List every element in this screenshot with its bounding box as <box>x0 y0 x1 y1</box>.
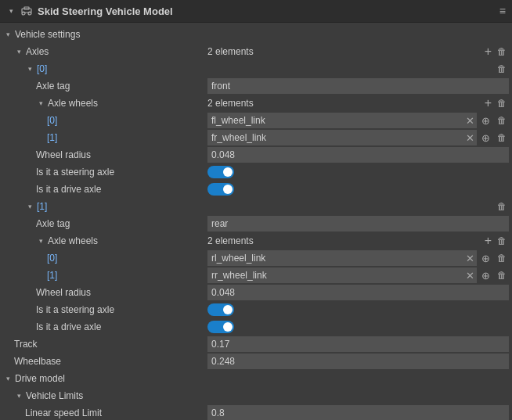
axle1-delete-button[interactable]: 🗑 <box>495 200 509 213</box>
axle1-wheel1-row: [1] ✕ ⊕ 🗑 <box>0 267 512 284</box>
axle1-label: [1] <box>37 201 47 212</box>
axle0-drive-label: Is it a drive axle <box>36 184 101 195</box>
axle0-delete-button[interactable]: 🗑 <box>495 63 509 75</box>
vehicle-settings-arrow[interactable] <box>3 31 13 38</box>
axle0-wheels-count: 2 elements <box>207 98 254 109</box>
axle0-wheel0-input[interactable] <box>207 113 463 127</box>
axle0-wheel0-target-button[interactable]: ⊕ <box>479 114 492 127</box>
axle1-drive-row: Is it a drive axle <box>0 318 512 336</box>
axle1-radius-input[interactable] <box>207 285 509 300</box>
axle0-tag-row: Axle tag <box>0 77 512 95</box>
axles-count: 2 elements <box>207 46 254 57</box>
wheelbase-row: Wheelbase <box>0 353 512 370</box>
wheelbase-label: Wheelbase <box>14 356 61 367</box>
axle0-wheel1-clear-button[interactable]: ✕ <box>463 131 477 145</box>
vehicle-limits-label: Vehicle Limits <box>26 390 83 401</box>
axle0-wheel1-input[interactable] <box>207 131 463 145</box>
panel-collapse-icon[interactable] <box>6 7 16 15</box>
axle0-wheel0-clear-button[interactable]: ✕ <box>463 114 477 127</box>
drive-model-label: Drive model <box>15 373 65 384</box>
axles-label: Axles <box>26 46 49 57</box>
panel-body: Vehicle settings Axles 2 elements + 🗑 [0… <box>0 23 512 420</box>
axle1-wheel1-target-button[interactable]: ⊕ <box>479 269 492 282</box>
axle0-wheels-add-button[interactable]: + <box>482 95 494 111</box>
axle0-wheels-delete-button[interactable]: 🗑 <box>495 97 509 109</box>
axle1-tag-label: Axle tag <box>36 218 70 229</box>
axle1-row[interactable]: [1] 🗑 <box>0 198 512 215</box>
axle1-radius-row: Wheel radius <box>0 284 512 301</box>
axles-arrow[interactable] <box>14 48 23 56</box>
axle1-wheels-label: Axle wheels <box>48 235 98 246</box>
axle0-steering-knob <box>223 167 233 177</box>
axle1-steering-label: Is it a steering axle <box>36 304 114 315</box>
axle0-wheel1-row: [1] ✕ ⊕ 🗑 <box>0 129 512 146</box>
axle0-steering-label: Is it a steering axle <box>36 167 114 178</box>
panel-menu-icon[interactable]: ≡ <box>499 5 506 17</box>
axle1-wheels-count: 2 elements <box>207 235 254 246</box>
axle1-wheel0-row: [0] ✕ ⊕ 🗑 <box>0 249 512 267</box>
axle1-wheel1-label: [1] <box>47 270 57 281</box>
axle1-wheel1-input[interactable] <box>207 268 463 282</box>
linear-speed-input[interactable] <box>207 405 509 420</box>
axle1-wheels-row[interactable]: Axle wheels 2 elements + 🗑 <box>0 232 512 249</box>
vehicle-limits-arrow[interactable] <box>14 392 23 400</box>
axle0-radius-row: Wheel radius <box>0 146 512 163</box>
axle1-wheel0-target-button[interactable]: ⊕ <box>479 252 492 265</box>
axle1-drive-toggle[interactable] <box>207 321 234 333</box>
main-panel: Skid Steering Vehicle Model ≡ Vehicle se… <box>0 0 512 420</box>
axle0-wheels-label: Axle wheels <box>48 98 98 109</box>
drive-model-row[interactable]: Drive model <box>0 370 512 387</box>
vehicle-icon <box>20 5 33 17</box>
axle0-steering-toggle[interactable] <box>207 166 234 178</box>
axle1-wheel0-input[interactable] <box>207 251 463 265</box>
axle1-radius-label: Wheel radius <box>36 287 91 298</box>
vehicle-settings-label: Vehicle settings <box>15 29 80 40</box>
drive-model-arrow[interactable] <box>3 375 13 382</box>
axle0-radius-input[interactable] <box>207 147 509 163</box>
axle0-wheel1-delete-button[interactable]: 🗑 <box>495 131 509 144</box>
axle1-tag-input[interactable] <box>207 216 509 232</box>
vehicle-settings-row[interactable]: Vehicle settings <box>0 26 512 43</box>
axles-delete-button[interactable]: 🗑 <box>495 45 509 58</box>
axle1-wheels-add-button[interactable]: + <box>482 233 494 249</box>
axle0-wheel0-row: [0] ✕ ⊕ 🗑 <box>0 112 512 129</box>
axles-add-button[interactable]: + <box>482 44 494 59</box>
axle0-wheels-row[interactable]: Axle wheels 2 elements + 🗑 <box>0 95 512 112</box>
wheelbase-input[interactable] <box>207 354 509 369</box>
axle0-arrow[interactable] <box>25 65 34 73</box>
axle1-drive-label: Is it a drive axle <box>36 321 101 332</box>
axle1-steering-knob <box>223 305 233 314</box>
axle1-wheel1-clear-button[interactable]: ✕ <box>463 269 477 282</box>
axle0-wheels-arrow[interactable] <box>36 99 45 107</box>
axle1-wheels-arrow[interactable] <box>36 237 45 245</box>
axle1-wheel0-delete-button[interactable]: 🗑 <box>495 252 509 264</box>
track-input[interactable] <box>207 336 509 352</box>
axle0-radius-label: Wheel radius <box>36 149 91 160</box>
axle1-drive-knob <box>223 322 233 332</box>
axle1-wheel1-delete-button[interactable]: 🗑 <box>495 269 509 282</box>
axle0-wheel0-delete-button[interactable]: 🗑 <box>495 114 509 127</box>
panel-header: Skid Steering Vehicle Model ≡ <box>0 0 512 23</box>
vehicle-limits-row[interactable]: Vehicle Limits <box>0 387 512 404</box>
axle0-label: [0] <box>37 63 47 74</box>
axle0-drive-knob <box>223 185 233 194</box>
track-row: Track <box>0 336 512 353</box>
axle0-tag-input[interactable] <box>207 78 509 94</box>
axle0-drive-row: Is it a drive axle <box>0 181 512 198</box>
axle1-steering-row: Is it a steering axle <box>0 301 512 318</box>
track-label: Track <box>14 339 38 350</box>
axle0-wheel1-target-button[interactable]: ⊕ <box>479 131 492 145</box>
axle1-tag-row: Axle tag <box>0 215 512 232</box>
axle1-steering-toggle[interactable] <box>207 303 234 316</box>
axle1-wheel0-label: [0] <box>47 253 57 264</box>
axle0-steering-row: Is it a steering axle <box>0 163 512 181</box>
axle1-wheel0-clear-button[interactable]: ✕ <box>463 252 477 265</box>
linear-speed-label: Linear speed Limit <box>25 407 102 418</box>
axles-row[interactable]: Axles 2 elements + 🗑 <box>0 43 512 60</box>
axle1-arrow[interactable] <box>25 203 34 210</box>
panel-title: Skid Steering Vehicle Model <box>38 5 495 17</box>
axle0-drive-toggle[interactable] <box>207 183 234 196</box>
axle0-row[interactable]: [0] 🗑 <box>0 60 512 77</box>
axle1-wheels-delete-button[interactable]: 🗑 <box>495 235 509 247</box>
axle0-tag-label: Axle tag <box>36 81 70 92</box>
